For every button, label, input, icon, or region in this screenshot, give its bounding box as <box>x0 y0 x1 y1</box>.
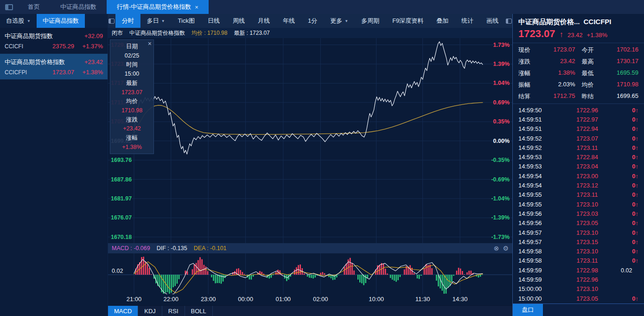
quote-price: 1723.07 <box>518 28 555 40</box>
tooltip-value: +23.42 <box>110 124 153 134</box>
toolbar-item-多周期[interactable]: 多周期 <box>355 14 386 28</box>
macd-header-icons: ⊗ ⚙ <box>494 243 509 253</box>
stat-label: 今开 <box>579 46 598 54</box>
table-row[interactable]: 14:59:521723.110↑ <box>518 143 638 152</box>
table-row[interactable]: 14:59:521723.070↑ <box>518 134 638 143</box>
watchlist-tab-中证商品指数[interactable]: 中证商品指数 <box>37 14 85 28</box>
up-arrow-icon: ↑ <box>636 295 639 302</box>
tab-行情-中证商品期货价格指数[interactable]: 行情-中证商品期货价格指数× <box>107 0 209 14</box>
tick-volume: 0↑ <box>623 107 638 114</box>
toolbar-item-日线[interactable]: 日线 <box>201 14 226 28</box>
tick-volume: 0↑ <box>623 191 638 198</box>
indicator-tab-MACD[interactable]: MACD <box>108 306 138 316</box>
toolbar-item-Tick图[interactable]: Tick图 <box>172 14 201 28</box>
table-row[interactable]: 14:59:561723.050↑ <box>518 219 638 228</box>
table-row[interactable]: 14:59:551723.100↑ <box>518 200 638 209</box>
tick-price: 1722.98 <box>552 267 623 274</box>
tick-time: 14:59:57 <box>518 229 552 236</box>
order-book-tab[interactable]: 盘口 <box>513 304 543 316</box>
tick-time: 14:59:53 <box>518 154 552 161</box>
toolbar-item-label: 多周期 <box>361 17 379 25</box>
crosshair-tooltip: × 日期02/25时间15:00最新1723.07均价1710.98涨跌+23.… <box>110 39 154 154</box>
toolbar-item-分时[interactable]: 分时 <box>115 14 140 28</box>
watchlist-item[interactable]: 中证商品期货指数+32.09CCICFI2375.29+1.37% <box>0 28 108 54</box>
time-tick-label: 11:30 <box>413 296 433 303</box>
toolbar-item-月线[interactable]: 月线 <box>251 14 276 28</box>
tick-time: 14:59:56 <box>518 210 552 217</box>
indicator-tab-BOLL[interactable]: BOLL <box>185 306 213 316</box>
tab-首页[interactable]: 首页 <box>18 0 50 14</box>
indicator-tab-KDJ[interactable]: KDJ <box>138 306 162 316</box>
tick-volume-value: 0 <box>632 295 635 302</box>
chevron-down-icon: ▼ <box>27 19 31 23</box>
toolbar-item-统计[interactable]: 统计 <box>455 14 480 28</box>
toolbar-item-多日[interactable]: 多日▼ <box>140 14 172 28</box>
up-arrow-icon: ↑ <box>636 191 639 198</box>
toolbar-item-label: 日线 <box>208 17 220 25</box>
table-row[interactable]: 14:59:571723.100↑ <box>518 228 638 237</box>
svg-text:-1.04%: -1.04% <box>491 195 510 202</box>
tick-price: 1723.10 <box>552 229 623 236</box>
tab-中证商品指数[interactable]: 中证商品指数 <box>50 0 107 14</box>
panel-toggle-right-icon[interactable] <box>505 14 512 28</box>
stat-value: 1730.17 <box>601 58 639 66</box>
indicator-tabs: MACDKDJRSIBOLL <box>108 305 512 316</box>
table-row[interactable]: 14:59:531723.040↑ <box>518 162 638 171</box>
indicator-settings-icon[interactable]: ⚙ <box>503 245 509 252</box>
toolbar-item-更多[interactable]: 更多▼ <box>324 14 355 28</box>
tick-price: 1722.96 <box>552 276 623 283</box>
tooltip-value: +1.38% <box>110 143 153 152</box>
toolbar-item-F9深度资料[interactable]: F9深度资料 <box>386 14 430 28</box>
table-row[interactable]: 14:59:571723.150↑ <box>518 237 638 246</box>
toolbar-item-1分[interactable]: 1分 <box>301 14 324 28</box>
market-state: 闭市 <box>112 29 123 37</box>
toolbar-item-画线[interactable]: 画线 <box>480 14 505 28</box>
main-chart[interactable]: 1729.121.73%1723.231.39%1717.331.04%1711… <box>108 38 512 243</box>
svg-text:1681.97: 1681.97 <box>111 195 132 202</box>
macd-pane[interactable]: 0.02 0.02 <box>108 253 512 294</box>
table-row[interactable]: 14:59:511722.940↑ <box>518 124 638 134</box>
instrument-pct: +1.38% <box>74 69 103 76</box>
macd-header-value: MACD : -0.069 <box>112 245 150 252</box>
time-tick-label: 14:30 <box>450 296 470 303</box>
table-row[interactable]: 14:59:541723.000↑ <box>518 171 638 181</box>
watchlist-tab-自选股[interactable]: 自选股▼ <box>0 14 37 28</box>
indicator-close-icon[interactable]: ⊗ <box>494 245 499 252</box>
table-row[interactable]: 14:59:551723.110↑ <box>518 190 638 200</box>
table-row[interactable]: 14:59:511722.970↑ <box>518 115 638 124</box>
tick-time: 14:59:50 <box>518 107 552 114</box>
panel-toggle-icon[interactable] <box>108 14 115 28</box>
table-row[interactable]: 14:59:501722.960↑ <box>518 105 638 115</box>
tick-volume-value: 0 <box>632 107 635 114</box>
tick-time: 14:59:54 <box>518 173 552 180</box>
table-row[interactable]: 14:59:581723.110↑ <box>518 256 638 265</box>
indicator-tab-RSI[interactable]: RSI <box>162 306 185 316</box>
toolbar-item-周线[interactable]: 周线 <box>226 14 251 28</box>
chart-toolbar: 分时多日▼Tick图日线周线月线年线1分更多▼多周期F9深度资料叠加统计画线 <box>108 14 512 28</box>
app-logo-icon[interactable] <box>0 0 18 14</box>
table-row[interactable]: 14:59:561723.030↑ <box>518 209 638 218</box>
table-row[interactable]: 14:59:541723.120↑ <box>518 181 638 190</box>
tick-time: 14:59:53 <box>518 163 552 170</box>
tick-price: 1723.11 <box>552 257 623 264</box>
macd-chart-svg <box>108 253 513 294</box>
tab-close-icon[interactable]: × <box>195 4 198 11</box>
instrument-change: +23.42 <box>74 58 103 65</box>
svg-text:0.69%: 0.69% <box>493 99 510 106</box>
toolbar-item-叠加[interactable]: 叠加 <box>430 14 455 28</box>
stat-label: 昨结 <box>579 92 598 101</box>
watchlist-item[interactable]: 中证商品期货价格指数+23.42CCICFPI1723.07+1.38% <box>0 54 108 80</box>
top-tabs: 首页中证商品指数行情-中证商品期货价格指数× <box>18 0 209 14</box>
table-row[interactable]: 15:00:001723.050↑ <box>518 294 638 303</box>
watchlist-item-line2: CCICFPI1723.07+1.38% <box>5 69 103 76</box>
stat-value: 1702.16 <box>601 46 639 54</box>
table-row[interactable]: 14:59:581723.100↑ <box>518 246 638 256</box>
toolbar-item-label: 1分 <box>308 17 317 25</box>
table-row[interactable]: 14:59:531722.840↑ <box>518 152 638 161</box>
tick-volume-value: 0 <box>632 229 635 236</box>
tooltip-close-icon[interactable]: × <box>148 40 152 47</box>
tick-volume: 0↑ <box>623 210 638 217</box>
macd-header-value: DEA : -0.101 <box>194 245 227 252</box>
toolbar-item-年线[interactable]: 年线 <box>276 14 301 28</box>
tick-time: 14:59:55 <box>518 201 552 208</box>
